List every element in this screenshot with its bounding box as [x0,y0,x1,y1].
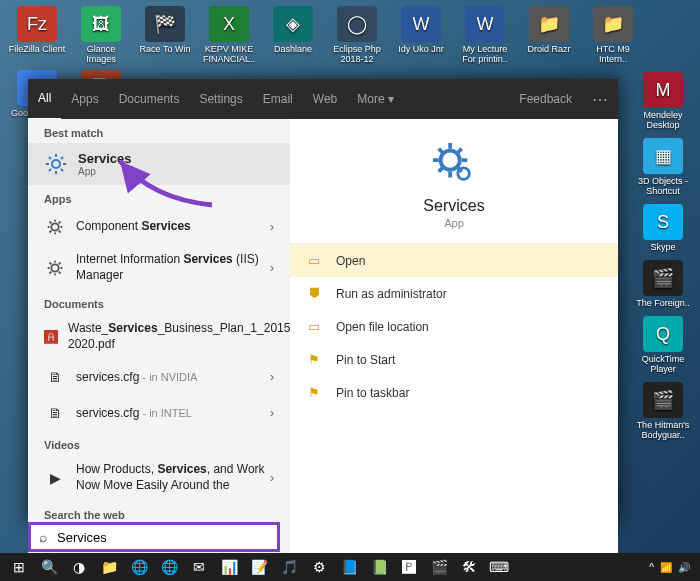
desktop-shortcut[interactable]: WMy Lecture For printin.. [456,6,514,64]
svg-point-1 [51,223,58,230]
action-open[interactable]: ▭Open [290,244,618,277]
desktop-shortcut[interactable]: 🖼Glance Images [72,6,130,64]
taskbar-app[interactable]: 📁 [94,553,124,581]
desktop-shortcut[interactable]: MMendeley Desktop [634,72,692,130]
gear-icon [44,257,66,279]
start-button[interactable]: ⊞ [4,553,34,581]
desktop-shortcut-label: Race To Win [140,44,191,54]
desktop-shortcut[interactable]: ▦3D Objects - Shortcut [634,138,692,196]
result-item[interactable]: 🗎services.cfg - in INTEL› [28,395,290,431]
result-label: Internet Information Services (IIS) Mana… [76,252,270,283]
taskbar-app[interactable]: 📝 [244,553,274,581]
search-results-list: Best match Services App Apps Component S… [28,119,290,561]
tray-chevron-icon[interactable]: ^ [649,562,654,573]
tray-volume-icon[interactable]: 🔊 [678,562,690,573]
desktop-shortcut[interactable]: ◯Eclipse Php 2018-12 [328,6,386,64]
gear-icon [44,152,68,176]
desktop-icons-right-col: MMendeley Desktop▦3D Objects - ShortcutS… [634,72,692,440]
chevron-right-icon: › [270,406,274,420]
search-icon: ⌕ [39,529,47,545]
desktop-shortcut[interactable]: 📁Droid Razr [520,6,578,64]
desktop-shortcut-label: FileZilla Client [9,44,66,54]
taskbar-app[interactable]: ⚙ [304,553,334,581]
action-label: Open file location [336,320,429,334]
result-label: services.cfg - in INTEL [76,406,270,422]
desktop-shortcut[interactable]: 📁HTC M9 Intern.. [584,6,642,64]
tab-settings[interactable]: Settings [189,79,252,119]
action-pin-to-start[interactable]: ⚑Pin to Start [290,343,618,376]
tab-apps[interactable]: Apps [61,79,108,119]
svg-point-3 [441,151,460,170]
desktop-shortcut[interactable]: 🏁Race To Win [136,6,194,64]
taskbar-app[interactable]: 📊 [214,553,244,581]
feedback-link[interactable]: Feedback [509,79,582,119]
action-run-as-administrator[interactable]: ⛊Run as administrator [290,277,618,310]
desktop-shortcut-label: Dashlane [274,44,312,54]
action-label: Pin to taskbar [336,386,409,400]
chevron-right-icon: › [270,370,274,384]
best-match-subtitle: App [78,166,132,177]
app-icon: ◯ [337,6,377,42]
result-item[interactable]: Internet Information Services (IIS) Mana… [28,245,290,290]
desktop-shortcut-label: Skype [650,242,675,252]
desktop-shortcut[interactable]: SSkype [634,204,692,252]
app-icon: W [401,6,441,42]
tab-documents[interactable]: Documents [109,79,190,119]
taskbar-app[interactable]: 🅿 [394,553,424,581]
action-icon: ▭ [308,319,324,334]
taskbar-app[interactable]: 🎬 [424,553,454,581]
result-preview-pane: Services App ▭Open⛊Run as administrator▭… [290,119,618,561]
action-label: Open [336,254,365,268]
tab-more[interactable]: More ▾ [347,79,404,119]
taskbar-app[interactable]: 🎵 [274,553,304,581]
action-open-file-location[interactable]: ▭Open file location [290,310,618,343]
action-pin-to-taskbar[interactable]: ⚑Pin to taskbar [290,376,618,409]
desktop-shortcut[interactable]: 🎬The Hitman's Bodyguar.. [634,382,692,440]
app-icon: Q [643,316,683,352]
desktop-shortcut-label: My Lecture For printin.. [456,44,514,64]
desktop-shortcut[interactable]: 🎬The Foreign.. [634,260,692,308]
tab-all[interactable]: All [28,78,61,121]
preview-subtitle: App [444,217,464,229]
taskbar-app[interactable]: ◑ [64,553,94,581]
desktop-shortcut[interactable]: FzFileZilla Client [8,6,66,64]
action-label: Pin to Start [336,353,395,367]
desktop-shortcut-label: KEPV MIKE FINANCIAL.. [200,44,258,64]
taskbar-app[interactable]: 🔍 [34,553,64,581]
best-match-item[interactable]: Services App [28,143,290,185]
app-icon: ▦ [643,138,683,174]
app-icon: Fz [17,6,57,42]
desktop-shortcut[interactable]: QQuickTime Player [634,316,692,374]
desktop-shortcut[interactable]: XKEPV MIKE FINANCIAL.. [200,6,258,64]
taskbar-app[interactable]: 🛠 [454,553,484,581]
section-apps: Apps [28,185,290,209]
app-icon: 🏁 [145,6,185,42]
taskbar-app[interactable]: 🌐 [154,553,184,581]
result-item[interactable]: ▶How Products, Services, and Work Now Mo… [28,455,290,500]
app-icon: X [209,6,249,42]
svg-point-0 [52,160,60,168]
result-label: services.cfg - in NVIDIA [76,370,270,386]
section-documents: Documents [28,290,290,314]
gear-icon [431,141,477,187]
result-item[interactable]: 🗎services.cfg - in NVIDIA› [28,359,290,395]
desktop-shortcut[interactable]: WIdy Uko Jnr [392,6,450,64]
taskbar-app[interactable]: ⌨ [484,553,514,581]
taskbar-app[interactable]: ✉ [184,553,214,581]
result-item[interactable]: Component Services› [28,209,290,245]
tab-web[interactable]: Web [303,79,347,119]
taskbar-app[interactable]: 📗 [364,553,394,581]
desktop-shortcut[interactable]: ◈Dashlane [264,6,322,64]
system-tray[interactable]: ^ 📶 🔊 [643,562,696,573]
search-input[interactable] [55,529,269,546]
tab-email[interactable]: Email [253,79,303,119]
taskbar-app[interactable]: 📘 [334,553,364,581]
tray-network-icon[interactable]: 📶 [660,562,672,573]
result-item[interactable]: 🅰Waste_Services_Business_Plan_1_2015-202… [28,314,290,359]
more-options-icon[interactable]: ⋯ [582,79,618,119]
taskbar-app[interactable]: 🌐 [124,553,154,581]
chevron-right-icon: › [270,220,274,234]
app-icon: 🎬 [643,382,683,418]
taskbar-search-box[interactable]: ⌕ [28,522,280,552]
svg-point-2 [51,264,58,271]
